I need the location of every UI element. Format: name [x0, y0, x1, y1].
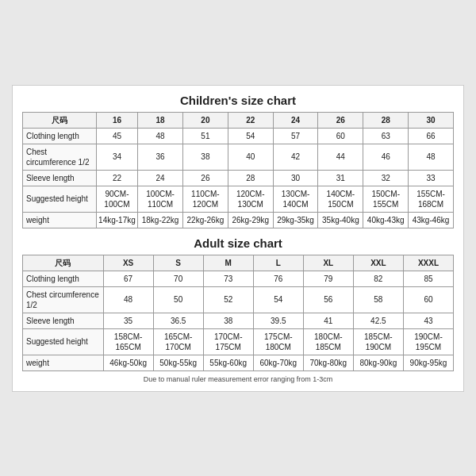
table-row: Suggested height90CM-100CM100CM-110CM110… — [23, 186, 454, 212]
column-header: XL — [303, 255, 353, 271]
table-cell: 60 — [403, 286, 453, 313]
table-cell: 190CM-195CM — [403, 328, 453, 355]
table-row: Sleeve length3536.53839.54142.543 — [23, 313, 454, 328]
table-cell: 24 — [138, 170, 183, 186]
table-cell: 40kg-43kg — [363, 212, 409, 228]
table-cell: 34 — [96, 144, 137, 170]
footer-note: Due to manual ruler measurement error ra… — [22, 375, 454, 383]
table-cell: 140CM-150CM — [318, 186, 363, 212]
table-row: Chest circumference 1/248505254565860 — [23, 286, 454, 313]
column-header: 30 — [409, 112, 454, 128]
table-cell: 57 — [273, 128, 318, 144]
column-header: 18 — [138, 112, 183, 128]
table-cell: 90CM-100CM — [96, 186, 137, 212]
table-cell: 54 — [253, 286, 303, 313]
table-cell: 56 — [303, 286, 353, 313]
table-cell: 76 — [253, 271, 303, 286]
table-cell: 43kg-46kg — [409, 212, 454, 228]
table-row: weight14kg-17kg18kg-22kg22kg-26kg26kg-29… — [23, 212, 454, 228]
row-label: Chest circumference 1/2 — [23, 144, 97, 170]
children-size-table: 尺码1618202224262830 Clothing length454851… — [22, 112, 454, 228]
table-cell: 43 — [403, 313, 453, 328]
table-cell: 46 — [363, 144, 409, 170]
table-cell: 90kg-95kg — [403, 355, 453, 370]
table-cell: 26kg-29kg — [228, 212, 273, 228]
table-cell: 46kg-50kg — [103, 355, 153, 370]
table-cell: 31 — [318, 170, 363, 186]
table-cell: 80kg-90kg — [353, 355, 403, 370]
table-cell: 180CM-185CM — [303, 328, 353, 355]
column-header: L — [253, 255, 303, 271]
table-cell: 66 — [409, 128, 454, 144]
table-cell: 50kg-55kg — [153, 355, 203, 370]
table-cell: 26 — [182, 170, 228, 186]
table-cell: 22 — [96, 170, 137, 186]
table-cell: 165CM-170CM — [153, 328, 203, 355]
table-cell: 150CM-155CM — [363, 186, 409, 212]
table-cell: 14kg-17kg — [96, 212, 137, 228]
table-cell: 51 — [182, 128, 228, 144]
table-cell: 67 — [103, 271, 153, 286]
table-cell: 40 — [228, 144, 273, 170]
table-cell: 170CM-175CM — [203, 328, 253, 355]
table-cell: 58 — [353, 286, 403, 313]
table-cell: 155CM-168CM — [409, 186, 454, 212]
table-cell: 38 — [182, 144, 228, 170]
table-cell: 33 — [409, 170, 454, 186]
column-header: S — [153, 255, 203, 271]
row-label: Sleeve length — [23, 313, 104, 328]
table-cell: 60kg-70kg — [253, 355, 303, 370]
row-label: Sleeve length — [23, 170, 97, 186]
table-cell: 42.5 — [353, 313, 403, 328]
row-label: Clothing length — [23, 271, 104, 286]
column-header: 26 — [318, 112, 363, 128]
table-row: Sleeve length2224262830313233 — [23, 170, 454, 186]
table-row: weight46kg-50kg50kg-55kg55kg-60kg60kg-70… — [23, 355, 454, 370]
table-cell: 55kg-60kg — [203, 355, 253, 370]
table-cell: 39.5 — [253, 313, 303, 328]
column-header: 20 — [182, 112, 228, 128]
table-cell: 70 — [153, 271, 203, 286]
table-cell: 35 — [103, 313, 153, 328]
table-cell: 42 — [273, 144, 318, 170]
table-cell: 41 — [303, 313, 353, 328]
table-cell: 185CM-190CM — [353, 328, 403, 355]
row-label: Chest circumference 1/2 — [23, 286, 104, 313]
table-cell: 32 — [363, 170, 409, 186]
row-label: Suggested height — [23, 186, 97, 212]
table-cell: 158CM-165CM — [103, 328, 153, 355]
column-header: 28 — [363, 112, 409, 128]
column-header: 尺码 — [23, 255, 104, 271]
table-cell: 73 — [203, 271, 253, 286]
column-header: XXXL — [403, 255, 453, 271]
adult-chart-title: Adult size chart — [22, 236, 454, 250]
column-header: 尺码 — [23, 112, 97, 128]
table-cell: 79 — [303, 271, 353, 286]
table-cell: 36 — [138, 144, 183, 170]
adult-size-table: 尺码XSSMLXLXXLXXXL Clothing length67707376… — [22, 255, 454, 371]
table-row: Suggested height158CM-165CM165CM-170CM17… — [23, 328, 454, 355]
table-cell: 175CM-180CM — [253, 328, 303, 355]
table-cell: 44 — [318, 144, 363, 170]
table-row: Clothing length4548515457606366 — [23, 128, 454, 144]
table-cell: 29kg-35kg — [273, 212, 318, 228]
table-cell: 70kg-80kg — [303, 355, 353, 370]
table-row: Chest circumference 1/23436384042444648 — [23, 144, 454, 170]
column-header: 22 — [228, 112, 273, 128]
table-cell: 60 — [318, 128, 363, 144]
row-label: weight — [23, 212, 97, 228]
column-header: M — [203, 255, 253, 271]
table-cell: 120CM-130CM — [228, 186, 273, 212]
row-label: Clothing length — [23, 128, 97, 144]
table-cell: 35kg-40kg — [318, 212, 363, 228]
table-cell: 82 — [353, 271, 403, 286]
table-cell: 63 — [363, 128, 409, 144]
table-cell: 50 — [153, 286, 203, 313]
table-cell: 22kg-26kg — [182, 212, 228, 228]
table-cell: 52 — [203, 286, 253, 313]
chart-container: Children's size chart 尺码1618202224262830… — [12, 85, 464, 392]
table-cell: 36.5 — [153, 313, 203, 328]
table-cell: 28 — [228, 170, 273, 186]
column-header: 24 — [273, 112, 318, 128]
table-cell: 48 — [138, 128, 183, 144]
